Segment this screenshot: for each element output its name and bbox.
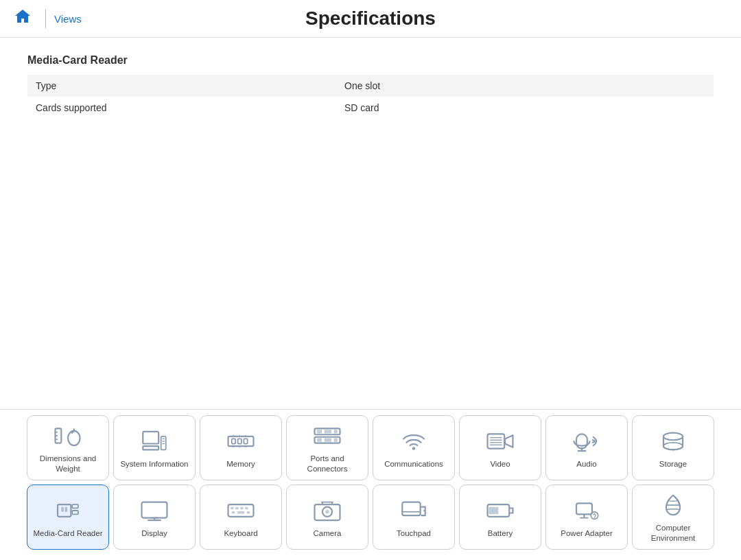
storage-icon [658,428,688,459]
svg-rect-46 [72,511,78,514]
svg-rect-24 [317,430,322,433]
nav-item-display[interactable]: Display [113,485,196,550]
spec-table: TypeOne slotCards supportedSD card [27,75,714,119]
svg-point-40 [663,432,683,440]
power_adapter-icon [572,498,602,528]
system_info-icon [139,428,169,459]
nav-label-dimensions: Dimensions and Weight [30,454,106,474]
nav-item-keyboard[interactable]: Keyboard [200,485,282,550]
nav-label-computer_env: Computer Environment [635,523,711,544]
svg-rect-58 [247,511,250,513]
svg-rect-7 [143,431,158,443]
svg-rect-67 [576,503,592,514]
nav-item-memory[interactable]: Memory [200,415,282,480]
svg-rect-28 [317,439,322,442]
spec-value: SD card [336,97,714,119]
nav-item-media_card[interactable]: Media-Card Reader [27,485,109,550]
nav-item-dimensions[interactable]: Dimensions and Weight [27,415,109,480]
spec-label: Cards supported [27,97,336,119]
svg-rect-25 [325,430,332,433]
battery-icon [485,498,515,528]
nav-label-ports: Ports and Connectors [290,454,365,474]
svg-rect-44 [65,506,68,511]
touchpad-icon [399,498,429,528]
svg-rect-30 [334,439,338,442]
svg-rect-43 [61,506,64,511]
main-content: Media-Card Reader TypeOne slotCards supp… [0,38,741,402]
svg-rect-16 [244,439,247,443]
svg-rect-45 [72,504,78,508]
nav-row-1: Dimensions and WeightSystem InformationM… [7,415,734,480]
nav-item-camera[interactable]: Camera [286,485,368,550]
nav-label-touchpad: Touchpad [397,528,431,539]
nav-label-camera: Camera [314,528,342,539]
svg-rect-32 [488,434,505,448]
media_card-icon [53,498,83,528]
table-row: Cards supportedSD card [27,97,714,119]
svg-rect-29 [325,439,332,442]
svg-point-41 [663,442,683,450]
nav-item-system_info[interactable]: System Information [113,415,196,480]
nav-label-communications: Communications [384,459,443,469]
keyboard-icon [226,498,256,528]
page-title: Specifications [305,8,436,30]
nav-label-memory: Memory [226,459,255,469]
svg-rect-8 [143,446,158,450]
ports-icon [312,423,342,454]
nav-row-2: Media-Card ReaderDisplayKeyboardCameraTo… [7,485,734,550]
svg-rect-66 [489,506,498,514]
svg-rect-47 [142,502,167,517]
nav-item-audio[interactable]: Audio [545,415,628,480]
home-icon[interactable] [14,8,32,29]
nav-bar: Views [14,8,82,29]
nav-label-audio: Audio [576,459,596,469]
video-icon [485,428,515,459]
svg-rect-26 [334,430,338,433]
nav-item-ports[interactable]: Ports and Connectors [286,415,368,480]
svg-rect-15 [238,439,242,443]
memory-icon [226,428,256,459]
svg-point-61 [325,510,329,513]
spec-value: One slot [336,75,714,97]
nav-label-battery: Battery [488,528,513,539]
communications-icon [399,428,429,459]
nav-label-keyboard: Keyboard [224,528,257,539]
audio-icon [572,428,602,459]
svg-rect-54 [240,506,243,509]
computer_env-icon [658,492,688,523]
views-link[interactable]: Views [54,13,82,25]
nav-label-power_adapter: Power Adapter [561,528,612,539]
svg-point-31 [412,447,415,450]
svg-rect-42 [58,504,71,517]
nav-label-media_card: Media-Card Reader [34,528,103,539]
table-row: TypeOne slot [27,75,714,97]
svg-rect-52 [231,506,233,509]
svg-rect-62 [402,502,420,515]
nav-item-battery[interactable]: Battery [459,485,541,550]
nav-item-computer_env[interactable]: Computer Environment [632,485,714,550]
nav-label-system_info: System Information [120,459,188,469]
nav-label-storage: Storage [659,459,687,469]
nav-item-video[interactable]: Video [459,415,541,480]
nav-divider [45,9,46,28]
camera-icon [312,498,342,528]
nav-label-video: Video [490,459,510,469]
nav-item-communications[interactable]: Communications [373,415,455,480]
svg-rect-51 [228,504,254,517]
svg-point-4 [68,431,80,445]
display-icon [139,498,169,528]
header: Views Specifications [0,0,741,38]
nav-item-storage[interactable]: Storage [632,415,714,480]
spec-label: Type [27,75,336,97]
nav-label-display: Display [141,528,167,539]
dimensions-icon [53,423,83,454]
svg-rect-53 [235,506,238,509]
svg-rect-57 [237,511,245,513]
bottom-nav: Dimensions and WeightSystem InformationM… [0,409,741,560]
svg-rect-55 [245,506,248,509]
svg-rect-56 [232,511,235,513]
nav-item-touchpad[interactable]: Touchpad [373,485,455,550]
section-title: Media-Card Reader [27,54,714,67]
svg-rect-14 [232,439,235,443]
nav-item-power_adapter[interactable]: Power Adapter [545,485,628,550]
